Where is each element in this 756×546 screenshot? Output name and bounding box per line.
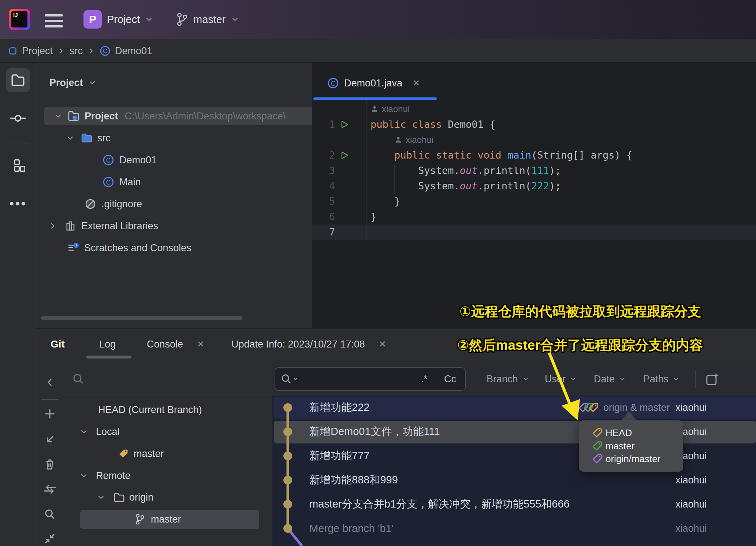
tag-icon: [118, 448, 129, 459]
logo-text: IJ: [11, 11, 27, 27]
branch-row-head[interactable]: HEAD (Current Branch): [98, 402, 202, 417]
structure-icon[interactable]: [11, 158, 25, 173]
chevron-down-icon: [88, 79, 96, 87]
search-icon[interactable]: [72, 373, 85, 385]
commit-message[interactable]: 新增功能888和999: [309, 472, 398, 488]
expand-icon[interactable]: [44, 533, 56, 545]
code-line-3: System.out.println(111);: [370, 163, 632, 178]
current-line-highlight: [312, 224, 756, 240]
branch-group-origin[interactable]: origin: [97, 490, 153, 505]
tree-header[interactable]: Project: [49, 75, 96, 90]
tag-icon: [592, 453, 603, 464]
compare-branches-icon[interactable]: [43, 483, 56, 496]
editor-tab-demo01[interactable]: C Demo01.java ✕: [327, 73, 420, 94]
commit-message[interactable]: Merge branch 'b1': [309, 521, 394, 536]
source-folder-icon: [81, 133, 93, 144]
folder-icon: [11, 73, 25, 87]
chevron-down-icon[interactable]: [80, 428, 88, 436]
divider: [695, 370, 696, 388]
chevron-down-icon[interactable]: [80, 472, 88, 480]
tree-horizontal-scrollbar[interactable]: [41, 316, 242, 320]
class-icon: C: [327, 77, 339, 89]
more-tools-icon[interactable]: •••: [10, 196, 27, 211]
commit-message[interactable]: 新增功能222: [309, 400, 369, 415]
tree-row-gitignore[interactable]: .gitignore: [85, 196, 142, 212]
library-icon: [65, 220, 77, 232]
regex-toggle[interactable]: .*: [421, 371, 428, 387]
filter-date[interactable]: Date: [594, 371, 626, 387]
tree-row-root[interactable]: Project C:\Users\Admin\Desktop\workspace…: [54, 108, 312, 124]
tab-update-info[interactable]: Update Info: 2023/10/27 17:08 ✕: [231, 337, 386, 352]
vcs-branch-widget[interactable]: master: [176, 12, 239, 27]
project-widget-label: Project: [107, 14, 140, 26]
code-content[interactable]: xiaohui public class Demo01 { xiaohui pu…: [370, 101, 632, 224]
search-icon-group[interactable]: [280, 371, 298, 387]
user-icon: [394, 136, 402, 144]
chevron-down-icon: [619, 376, 626, 382]
svg-text:C: C: [331, 80, 336, 87]
match-case-toggle[interactable]: Cc: [444, 371, 456, 387]
tree-row-src[interactable]: src: [66, 130, 111, 146]
log-search-field[interactable]: [275, 367, 466, 391]
git-branch-icon: [176, 12, 188, 27]
commit-author: xiaohui: [675, 472, 707, 488]
branch-row-remote-master[interactable]: master: [135, 512, 181, 527]
tree-scratches-label: Scratches and Consoles: [84, 242, 191, 254]
chevron-down-icon[interactable]: [97, 493, 105, 501]
commit-message[interactable]: master分支合并b1分支，解决冲突，新增功能555和666: [309, 497, 570, 512]
ide-window: IJ P Project master Project src C Demo01: [0, 0, 756, 546]
collapse-icon[interactable]: [45, 377, 55, 387]
filter-branch[interactable]: Branch: [487, 371, 529, 387]
branch-row-local-master[interactable]: master: [118, 446, 164, 461]
tree-row-external-libraries[interactable]: External Libraries: [49, 218, 158, 234]
chevron-down-icon[interactable]: [66, 134, 74, 142]
chevron-right-icon[interactable]: [49, 222, 57, 230]
arrow-down-left-icon[interactable]: [44, 434, 56, 445]
commit-message[interactable]: 新增Demo01文件，功能111: [309, 424, 440, 439]
filter-user[interactable]: User: [545, 371, 577, 387]
tree-row-main[interactable]: C Main: [103, 174, 141, 190]
tab-log[interactable]: Log: [99, 337, 116, 352]
tree-row-demo01[interactable]: C Demo01: [103, 152, 157, 168]
chevron-down-icon: [293, 376, 298, 382]
ignored-file-icon: [85, 198, 96, 210]
tree-main-label: Main: [119, 177, 141, 188]
branch-group-local[interactable]: Local: [80, 424, 120, 439]
tab-console[interactable]: Console ✕: [147, 337, 204, 352]
close-icon[interactable]: ✕: [197, 339, 204, 349]
add-icon[interactable]: [44, 408, 56, 420]
search-icon: [280, 373, 292, 385]
code-line-4: System.out.println(222);: [370, 178, 632, 194]
code-line-2: public static void main(String[] args) {: [370, 148, 632, 163]
main-menu-button[interactable]: [45, 11, 63, 31]
svg-text:C: C: [106, 179, 111, 186]
project-avatar[interactable]: P: [83, 10, 102, 29]
run-line-icon[interactable]: [340, 120, 349, 129]
breadcrumb-item-src[interactable]: src: [70, 45, 83, 57]
breadcrumb-item-project[interactable]: Project: [22, 45, 53, 57]
commit-message[interactable]: 新增功能777: [309, 448, 369, 464]
git-branch-icon: [135, 513, 145, 525]
close-icon[interactable]: ✕: [413, 78, 420, 88]
run-line-icon[interactable]: [340, 151, 349, 160]
tag-icon: [592, 427, 603, 438]
close-icon[interactable]: ✕: [379, 339, 386, 349]
commit-icon[interactable]: [10, 112, 26, 125]
chevron-down-icon[interactable]: [54, 112, 62, 120]
breadcrumb-item-demo01[interactable]: Demo01: [115, 45, 152, 57]
search-icon[interactable]: [44, 508, 56, 520]
project-tree-panel: [36, 63, 312, 328]
chevron-down-icon: [570, 376, 577, 382]
branch-group-remote[interactable]: Remote: [80, 468, 131, 483]
new-tab-icon[interactable]: [705, 372, 719, 387]
tag-icon: [592, 441, 603, 452]
annotation-text-2: ②然后master合并了远程跟踪分支的内容: [457, 336, 703, 354]
divider: [7, 144, 29, 144]
delete-icon[interactable]: [44, 458, 56, 471]
filter-paths[interactable]: Paths: [643, 371, 679, 387]
chevron-right-icon: [57, 47, 65, 55]
intellij-logo-icon[interactable]: IJ: [9, 9, 30, 30]
tree-row-scratches[interactable]: Scratches and Consoles: [67, 240, 191, 256]
author-annotation: xiaohui: [370, 101, 632, 117]
project-widget[interactable]: Project: [107, 14, 153, 25]
